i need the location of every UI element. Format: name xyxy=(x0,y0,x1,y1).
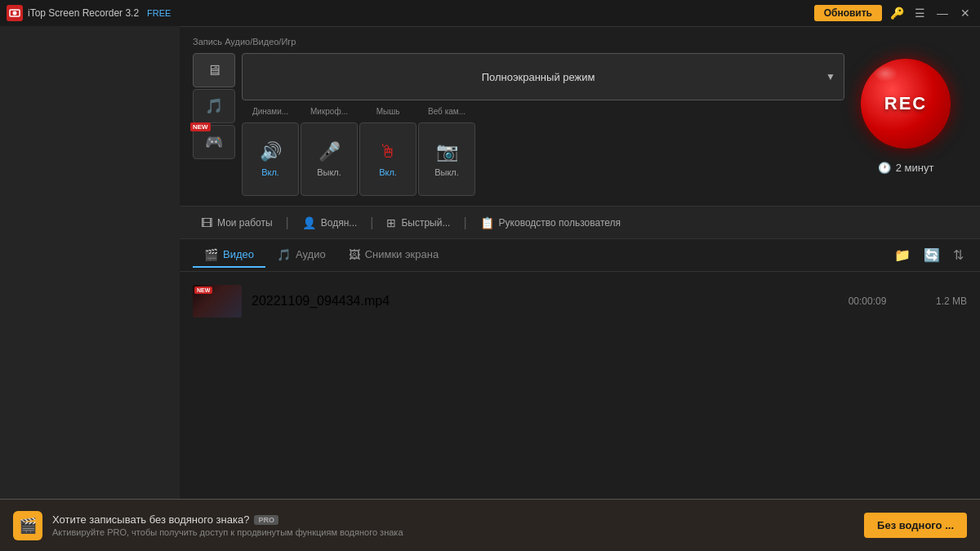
nav-item-my-works[interactable]: 🎞 Мои работы xyxy=(193,213,281,233)
audio-btn-dynamics[interactable]: 🔊 Вкл. xyxy=(242,122,299,196)
logo-icon xyxy=(7,5,23,21)
file-item[interactable]: NEW 20221109_094434.mp4 00:00:09 1.2 MB xyxy=(180,278,980,324)
watermark-icon: 👤 xyxy=(302,216,316,229)
fullscreen-mode-text: Полноэкранный режим xyxy=(251,71,826,83)
mode-tab-audio[interactable]: 🎵 xyxy=(193,89,235,123)
audio-tab-icon: 🎵 xyxy=(277,248,291,261)
open-folder-button[interactable]: 📁 xyxy=(891,244,914,266)
nav-label-guide: Руководство пользователя xyxy=(499,217,621,229)
pro-badge: PRO xyxy=(254,515,278,525)
video-tab-icon: 🎬 xyxy=(204,248,218,261)
file-name: 20221109_094434.mp4 xyxy=(252,294,825,309)
screenshot-tab-icon: 🖼 xyxy=(349,248,360,261)
tab-actions: 📁 🔄 ⇅ xyxy=(891,244,967,266)
nav-sep-3: | xyxy=(461,216,468,230)
mode-tab-game[interactable]: NEW 🎮 xyxy=(193,125,235,159)
app-title: iTop Screen Recorder 3.2 xyxy=(28,7,139,19)
svg-point-1 xyxy=(13,11,17,16)
quick-icon: ⊞ xyxy=(386,216,396,229)
nav-label-quick: Быстрый... xyxy=(401,217,450,229)
update-button[interactable]: Обновить xyxy=(814,5,882,21)
app-logo: iTop Screen Recorder 3.2 FREE xyxy=(7,5,171,21)
mode-tabs: 🖥 🎵 NEW 🎮 xyxy=(193,53,235,196)
audio-buttons: 🔊 Вкл. 🎤 Выкл. 🖱 Вкл. xyxy=(242,122,844,196)
audio-labels-row: Динами... Микроф... Мышь Веб кам... xyxy=(242,107,844,116)
screenshot-tab-label: Снимки экрана xyxy=(365,248,439,260)
audio-label-2: Мышь xyxy=(359,107,416,116)
nav-item-quick[interactable]: ⊞ Быстрый... xyxy=(378,213,458,233)
mouse-status: Вкл. xyxy=(379,167,397,177)
menu-icon[interactable]: ☰ xyxy=(911,7,928,20)
video-tab-label: Видео xyxy=(223,248,254,260)
rec-button-text: REC xyxy=(884,93,927,114)
webcam-icon: 📷 xyxy=(436,141,458,162)
music-icon: 🎵 xyxy=(205,97,223,115)
record-label: Запись Аудио/Видео/Игр xyxy=(193,37,844,47)
nav-bar: 🎞 Мои работы | 👤 Водян... | ⊞ Быстрый...… xyxy=(180,207,980,239)
banner-icon: 🎬 xyxy=(13,511,42,540)
screen-icon: 🖥 xyxy=(207,62,221,79)
audio-btn-mouse[interactable]: 🖱 Вкл. xyxy=(359,122,416,196)
dynamics-status: Вкл. xyxy=(261,167,279,177)
guide-icon: 📋 xyxy=(480,216,494,229)
file-list-area: NEW 20221109_094434.mp4 00:00:09 1.2 MB xyxy=(180,272,980,500)
webcam-status: Выкл. xyxy=(434,167,459,177)
refresh-button[interactable]: 🔄 xyxy=(920,244,943,266)
file-list: NEW 20221109_094434.mp4 00:00:09 1.2 MB xyxy=(180,272,980,331)
mouse-icon: 🖱 xyxy=(379,141,397,162)
banner-title: Хотите записывать без водяного знака? PR… xyxy=(52,513,854,526)
mic-status: Выкл. xyxy=(317,167,341,177)
banner-text: Хотите записывать без водяного знака? PR… xyxy=(52,513,854,537)
rec-area: REC 🕐 2 минут xyxy=(844,37,967,196)
bottom-banner: 🎬 Хотите записывать без водяного знака? … xyxy=(0,499,980,551)
nav-sep-1: | xyxy=(284,216,291,230)
file-duration: 00:00:09 xyxy=(835,295,900,307)
mode-tab-screen[interactable]: 🖥 xyxy=(193,53,235,87)
file-thumbnail: NEW xyxy=(193,285,242,318)
rec-timer: 🕐 2 минут xyxy=(878,162,934,174)
left-sidebar xyxy=(0,26,180,551)
fullscreen-selector[interactable]: Полноэкранный режим ▼ xyxy=(242,53,844,100)
timer-text: 2 минут xyxy=(896,162,934,174)
no-watermark-button[interactable]: Без водного ... xyxy=(864,513,967,538)
audio-label-3: Веб кам... xyxy=(418,107,475,116)
speaker-icon: 🔊 xyxy=(260,141,282,162)
audio-label-1: Микроф... xyxy=(301,107,358,116)
audio-btn-mic[interactable]: 🎤 Выкл. xyxy=(301,122,358,196)
tab-screenshots[interactable]: 🖼 Снимки экрана xyxy=(337,243,451,268)
dropdown-arrow-icon: ▼ xyxy=(826,71,835,82)
banner-subtitle: Активируйте PRO, чтобы получить доступ к… xyxy=(52,527,854,537)
main-window: Запись Аудио/Видео/Игр 🖥 🎵 NEW 🎮 xyxy=(180,26,980,551)
audio-tab-label: Аудио xyxy=(296,248,326,260)
nav-label-my-works: Мои работы xyxy=(217,217,273,229)
tab-video[interactable]: 🎬 Видео xyxy=(193,243,265,268)
file-size: 1.2 MB xyxy=(910,295,967,307)
file-new-badge: NEW xyxy=(194,287,212,294)
nav-label-watermark: Водян... xyxy=(321,217,358,229)
top-section: Запись Аудио/Видео/Игр 🖥 🎵 NEW 🎮 xyxy=(180,27,980,207)
tabs-bar: 🎬 Видео 🎵 Аудио 🖼 Снимки экрана 📁 🔄 ⇅ xyxy=(180,239,980,272)
sort-button[interactable]: ⇅ xyxy=(950,244,967,266)
nav-sep-2: | xyxy=(368,216,375,230)
title-bar: iTop Screen Recorder 3.2 FREE Обновить 🔑… xyxy=(0,0,980,26)
controls-panel: Запись Аудио/Видео/Игр 🖥 🎵 NEW 🎮 xyxy=(193,37,844,196)
window-controls: 🔑 ☰ — ✕ xyxy=(889,7,973,20)
audio-btn-webcam[interactable]: 📷 Выкл. xyxy=(418,122,475,196)
close-icon[interactable]: ✕ xyxy=(957,7,973,20)
audio-label-0: Динами... xyxy=(242,107,299,116)
tab-audio[interactable]: 🎵 Аудио xyxy=(265,243,337,268)
mic-icon: 🎤 xyxy=(318,141,341,162)
timer-icon: 🕐 xyxy=(878,162,891,174)
nav-item-watermark[interactable]: 👤 Водян... xyxy=(294,213,366,233)
key-icon[interactable]: 🔑 xyxy=(889,7,905,20)
rec-button[interactable]: REC xyxy=(861,59,951,149)
game-icon: 🎮 xyxy=(205,133,223,151)
new-badge: NEW xyxy=(190,122,211,131)
audio-labels: Динами... Микроф... Мышь Веб кам... xyxy=(242,107,844,116)
free-badge: FREE xyxy=(147,8,171,18)
minimize-icon[interactable]: — xyxy=(934,7,951,20)
nav-item-guide[interactable]: 📋 Руководство пользователя xyxy=(472,213,629,233)
my-works-icon: 🎞 xyxy=(201,216,212,229)
